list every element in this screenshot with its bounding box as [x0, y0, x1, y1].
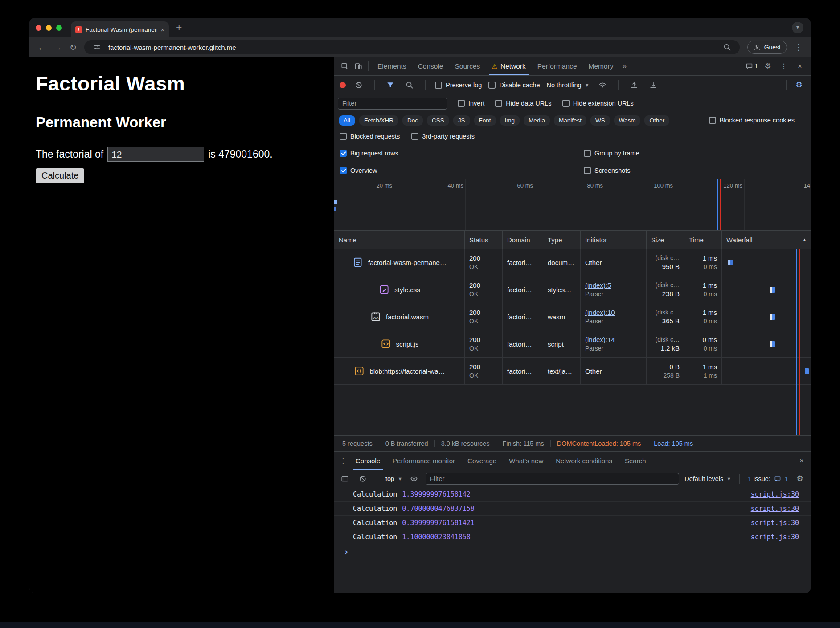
- checkbox[interactable]: [340, 133, 347, 140]
- network-overview-timeline[interactable]: 20 ms 40 ms 60 ms 80 ms 100 ms 120 ms 14: [334, 179, 811, 231]
- drawer-tab-console[interactable]: Console: [349, 452, 386, 470]
- drawer-tab-performance-monitor[interactable]: Performance monitor: [386, 452, 461, 470]
- log-levels-select[interactable]: Default levels ▼: [684, 475, 731, 482]
- initiator-link[interactable]: (index):5: [585, 281, 642, 289]
- checkbox-checked[interactable]: [340, 167, 347, 174]
- chip-other[interactable]: Other: [644, 115, 669, 126]
- profile-chip[interactable]: Guest: [747, 41, 787, 54]
- column-header-size[interactable]: Size: [647, 231, 684, 249]
- initiator-link[interactable]: (index):10: [585, 309, 642, 316]
- column-header-name[interactable]: Name: [334, 231, 465, 249]
- close-window-button[interactable]: [36, 25, 41, 31]
- table-row-blob[interactable]: blob:https://factorial-wa… 200OK factori…: [334, 358, 811, 385]
- drawer-tab-coverage[interactable]: Coverage: [461, 452, 503, 470]
- column-header-time[interactable]: Time: [684, 231, 722, 249]
- export-har-icon[interactable]: [647, 78, 660, 92]
- table-row-wasm[interactable]: WA factorial.wasm 200OK factori… wasm (i…: [334, 303, 811, 330]
- devtools-settings-icon[interactable]: ⚙: [762, 60, 774, 73]
- chip-font[interactable]: Font: [474, 115, 496, 126]
- calculate-button[interactable]: Calculate: [36, 168, 84, 183]
- checkbox-checked[interactable]: [340, 150, 347, 157]
- column-header-status[interactable]: Status: [465, 231, 503, 249]
- drawer-tab-network-conditions[interactable]: Network conditions: [549, 452, 619, 470]
- tab-search-button[interactable]: ▾: [792, 22, 803, 33]
- console-message[interactable]: Calculation 1.100000023841858 script.js:…: [334, 530, 811, 544]
- checkbox[interactable]: [495, 100, 502, 107]
- chip-all[interactable]: All: [339, 115, 355, 126]
- network-conditions-icon[interactable]: [596, 78, 609, 92]
- column-header-domain[interactable]: Domain: [503, 231, 543, 249]
- console-sideb​ar-toggle-icon[interactable]: [339, 472, 351, 485]
- checkbox[interactable]: [458, 100, 465, 107]
- console-filter-input[interactable]: [426, 473, 679, 485]
- chip-css[interactable]: CSS: [427, 115, 449, 126]
- throttling-select[interactable]: No throttling ▼: [546, 82, 589, 89]
- tab-performance[interactable]: Performance: [532, 57, 582, 75]
- browser-menu-button[interactable]: ⋮: [795, 42, 803, 52]
- device-toolbar-icon[interactable]: [352, 60, 365, 73]
- devtools-close-icon[interactable]: ×: [794, 60, 806, 73]
- blocked-response-cookies-checkbox[interactable]: Blocked response cookies: [709, 117, 795, 124]
- source-link[interactable]: script.js:30: [751, 490, 799, 498]
- column-header-initiator[interactable]: Initiator: [581, 231, 647, 249]
- site-info-icon[interactable]: [90, 41, 103, 54]
- import-har-icon[interactable]: [628, 78, 640, 92]
- checkbox[interactable]: [584, 167, 591, 174]
- table-row-document[interactable]: factorial-wasm-permane… 200OK factori… d…: [334, 249, 811, 276]
- record-network-log-button[interactable]: [340, 82, 346, 88]
- tab-console[interactable]: Console: [413, 57, 449, 75]
- back-button[interactable]: ←: [37, 43, 46, 52]
- table-row-stylesheet[interactable]: style.css 200OK factori… styles… (index)…: [334, 276, 811, 303]
- chip-doc[interactable]: Doc: [402, 115, 423, 126]
- drawer-tab-search[interactable]: Search: [619, 452, 652, 470]
- checkbox[interactable]: [709, 117, 716, 124]
- devtools-menu-icon[interactable]: ⋮: [778, 60, 790, 73]
- console-prompt[interactable]: ›: [334, 544, 811, 559]
- tab-elements[interactable]: Elements: [372, 57, 412, 75]
- console-settings-icon[interactable]: ⚙: [794, 472, 806, 485]
- console-message[interactable]: Calculation 1.399999976158142 script.js:…: [334, 487, 811, 502]
- chip-manifest[interactable]: Manifest: [554, 115, 586, 126]
- network-filter-input[interactable]: [338, 98, 447, 110]
- chip-img[interactable]: Img: [500, 115, 520, 126]
- drawer-tab-whats-new[interactable]: What's new: [503, 452, 549, 470]
- checkbox[interactable]: [411, 133, 418, 140]
- chip-fetch-xhr[interactable]: Fetch/XHR: [359, 115, 398, 126]
- maximize-window-button[interactable]: [56, 25, 62, 31]
- zoom-icon[interactable]: [721, 41, 733, 54]
- checkbox[interactable]: [584, 150, 591, 157]
- tab-network[interactable]: ⚠ Network: [486, 57, 531, 75]
- tab-memory[interactable]: Memory: [583, 57, 619, 75]
- source-link[interactable]: script.js:30: [751, 533, 799, 541]
- chip-media[interactable]: Media: [524, 115, 550, 126]
- issues-button[interactable]: 1: [746, 60, 758, 73]
- table-row-script[interactable]: script.js 200OK factori… script (index):…: [334, 330, 811, 358]
- tab-sources[interactable]: Sources: [450, 57, 486, 75]
- eye-icon[interactable]: [408, 472, 420, 485]
- new-tab-button[interactable]: +: [176, 23, 182, 33]
- more-tabs-icon[interactable]: »: [620, 62, 629, 71]
- checkbox[interactable]: [488, 82, 496, 89]
- filter-icon[interactable]: [384, 78, 397, 92]
- tab-close-icon[interactable]: ×: [160, 26, 164, 33]
- clear-network-log-icon[interactable]: [352, 78, 365, 92]
- forward-button[interactable]: →: [53, 43, 62, 52]
- issues-counter[interactable]: 1 Issue: 1: [748, 475, 788, 482]
- drawer-menu-icon[interactable]: ⋮: [337, 454, 349, 468]
- third-party-requests-checkbox[interactable]: 3rd-party requests: [411, 133, 475, 140]
- hide-data-urls-checkbox[interactable]: Hide data URLs: [495, 100, 551, 107]
- checkbox[interactable]: [562, 100, 570, 107]
- chip-ws[interactable]: WS: [590, 115, 610, 126]
- console-message[interactable]: Calculation 0.3999999761581421 script.js…: [334, 516, 811, 530]
- column-header-type[interactable]: Type: [543, 231, 581, 249]
- group-by-frame-checkbox[interactable]: Group by frame: [584, 150, 805, 157]
- overview-checkbox[interactable]: Overview: [340, 167, 584, 174]
- context-select[interactable]: top ▼: [385, 475, 402, 482]
- big-request-rows-checkbox[interactable]: Big request rows: [340, 150, 584, 157]
- invert-checkbox[interactable]: Invert: [458, 100, 484, 107]
- console-message[interactable]: Calculation 0.7000000476837158 script.js…: [334, 502, 811, 516]
- inspect-element-icon[interactable]: [339, 60, 351, 73]
- source-link[interactable]: script.js:30: [751, 505, 799, 513]
- browser-tab[interactable]: ! Factorial Wasm (permanent W ×: [71, 21, 169, 37]
- blocked-requests-checkbox[interactable]: Blocked requests: [340, 133, 400, 140]
